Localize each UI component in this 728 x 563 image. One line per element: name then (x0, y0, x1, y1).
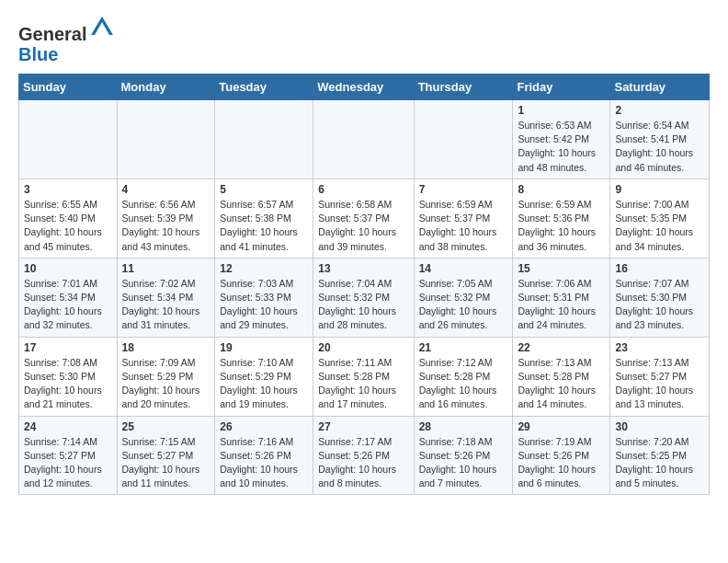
calendar-cell: 5Sunrise: 6:57 AM Sunset: 5:38 PM Daylig… (215, 178, 313, 258)
calendar-cell: 19Sunrise: 7:10 AM Sunset: 5:29 PM Dayli… (215, 337, 313, 416)
day-info: Sunrise: 6:57 AM Sunset: 5:38 PM Dayligh… (220, 198, 308, 254)
day-info: Sunrise: 7:03 AM Sunset: 5:33 PM Dayligh… (220, 277, 308, 333)
weekday-header: Tuesday (215, 75, 313, 100)
day-number: 20 (318, 341, 408, 354)
calendar-cell: 15Sunrise: 7:06 AM Sunset: 5:31 PM Dayli… (513, 258, 610, 337)
calendar-cell (19, 100, 118, 179)
day-number: 26 (220, 420, 308, 433)
day-info: Sunrise: 7:18 AM Sunset: 5:26 PM Dayligh… (419, 435, 508, 491)
calendar-cell: 9Sunrise: 7:00 AM Sunset: 5:35 PM Daylig… (610, 178, 710, 258)
day-number: 25 (122, 420, 210, 433)
calendar-cell: 6Sunrise: 6:58 AM Sunset: 5:37 PM Daylig… (313, 178, 414, 258)
day-info: Sunrise: 7:10 AM Sunset: 5:29 PM Dayligh… (220, 356, 308, 412)
calendar-cell: 4Sunrise: 6:56 AM Sunset: 5:39 PM Daylig… (117, 178, 215, 258)
day-number: 14 (419, 262, 508, 275)
day-number: 29 (518, 420, 605, 433)
calendar-cell: 30Sunrise: 7:20 AM Sunset: 5:25 PM Dayli… (610, 416, 710, 495)
day-info: Sunrise: 7:08 AM Sunset: 5:30 PM Dayligh… (24, 356, 112, 412)
day-info: Sunrise: 6:53 AM Sunset: 5:42 PM Dayligh… (518, 119, 605, 175)
day-number: 8 (518, 183, 605, 196)
calendar-cell: 28Sunrise: 7:18 AM Sunset: 5:26 PM Dayli… (414, 416, 513, 495)
logo-general: General (18, 24, 86, 44)
calendar-cell: 7Sunrise: 6:59 AM Sunset: 5:37 PM Daylig… (414, 178, 513, 258)
calendar-cell: 13Sunrise: 7:04 AM Sunset: 5:32 PM Dayli… (313, 258, 414, 337)
calendar-cell: 25Sunrise: 7:15 AM Sunset: 5:27 PM Dayli… (117, 416, 215, 495)
day-number: 5 (220, 183, 308, 196)
day-info: Sunrise: 7:20 AM Sunset: 5:25 PM Dayligh… (615, 435, 704, 491)
calendar-cell: 16Sunrise: 7:07 AM Sunset: 5:30 PM Dayli… (610, 258, 710, 337)
calendar-cell: 12Sunrise: 7:03 AM Sunset: 5:33 PM Dayli… (215, 258, 313, 337)
calendar-cell: 11Sunrise: 7:02 AM Sunset: 5:34 PM Dayli… (117, 258, 215, 337)
day-info: Sunrise: 7:06 AM Sunset: 5:31 PM Dayligh… (518, 277, 605, 333)
day-number: 10 (24, 262, 112, 275)
day-info: Sunrise: 6:58 AM Sunset: 5:37 PM Dayligh… (318, 198, 408, 254)
day-info: Sunrise: 7:01 AM Sunset: 5:34 PM Dayligh… (24, 277, 112, 333)
day-number: 30 (615, 420, 704, 433)
day-info: Sunrise: 6:59 AM Sunset: 5:36 PM Dayligh… (518, 198, 605, 254)
day-number: 24 (24, 420, 112, 433)
calendar-cell: 20Sunrise: 7:11 AM Sunset: 5:28 PM Dayli… (313, 337, 414, 416)
day-info: Sunrise: 7:19 AM Sunset: 5:26 PM Dayligh… (518, 435, 605, 491)
logo-blue: Blue (18, 44, 58, 64)
weekday-header: Saturday (610, 75, 710, 100)
calendar-table: SundayMondayTuesdayWednesdayThursdayFrid… (18, 74, 710, 495)
day-number: 9 (615, 183, 704, 196)
day-info: Sunrise: 7:05 AM Sunset: 5:32 PM Dayligh… (419, 277, 508, 333)
day-number: 22 (518, 341, 605, 354)
weekday-header: Friday (513, 75, 610, 100)
day-number: 12 (220, 262, 308, 275)
calendar-cell: 27Sunrise: 7:17 AM Sunset: 5:26 PM Dayli… (313, 416, 414, 495)
calendar-cell: 21Sunrise: 7:12 AM Sunset: 5:28 PM Dayli… (414, 337, 513, 416)
day-info: Sunrise: 7:00 AM Sunset: 5:35 PM Dayligh… (615, 198, 704, 254)
day-number: 19 (220, 341, 308, 354)
day-number: 27 (318, 420, 408, 433)
day-info: Sunrise: 7:13 AM Sunset: 5:27 PM Dayligh… (615, 356, 704, 412)
day-info: Sunrise: 7:02 AM Sunset: 5:34 PM Dayligh… (122, 277, 210, 333)
day-number: 4 (122, 183, 210, 196)
calendar-cell: 17Sunrise: 7:08 AM Sunset: 5:30 PM Dayli… (19, 337, 118, 416)
calendar-cell: 29Sunrise: 7:19 AM Sunset: 5:26 PM Dayli… (513, 416, 610, 495)
day-number: 3 (24, 183, 112, 196)
calendar-cell: 1Sunrise: 6:53 AM Sunset: 5:42 PM Daylig… (513, 100, 610, 179)
day-number: 2 (615, 104, 704, 117)
page: General Blue SundayMondayTuesdayWednesda… (0, 0, 728, 513)
calendar-cell: 2Sunrise: 6:54 AM Sunset: 5:41 PM Daylig… (610, 100, 710, 179)
day-number: 7 (419, 183, 508, 196)
calendar-cell: 14Sunrise: 7:05 AM Sunset: 5:32 PM Dayli… (414, 258, 513, 337)
day-info: Sunrise: 7:12 AM Sunset: 5:28 PM Dayligh… (419, 356, 508, 412)
logo: General Blue (18, 15, 115, 64)
weekday-header: Monday (117, 75, 215, 100)
weekday-header: Thursday (414, 75, 513, 100)
weekday-header: Sunday (19, 75, 118, 100)
day-number: 21 (419, 341, 508, 354)
day-number: 1 (518, 104, 605, 117)
calendar-cell (313, 100, 414, 179)
calendar-cell (117, 100, 215, 179)
calendar-cell: 23Sunrise: 7:13 AM Sunset: 5:27 PM Dayli… (610, 337, 710, 416)
day-info: Sunrise: 6:56 AM Sunset: 5:39 PM Dayligh… (122, 198, 210, 254)
day-number: 13 (318, 262, 408, 275)
calendar-cell: 24Sunrise: 7:14 AM Sunset: 5:27 PM Dayli… (19, 416, 118, 495)
day-info: Sunrise: 7:07 AM Sunset: 5:30 PM Dayligh… (615, 277, 704, 333)
day-number: 6 (318, 183, 408, 196)
calendar-cell: 8Sunrise: 6:59 AM Sunset: 5:36 PM Daylig… (513, 178, 610, 258)
day-info: Sunrise: 7:17 AM Sunset: 5:26 PM Dayligh… (318, 435, 408, 491)
day-number: 11 (122, 262, 210, 275)
weekday-header: Wednesday (313, 75, 414, 100)
day-info: Sunrise: 7:14 AM Sunset: 5:27 PM Dayligh… (24, 435, 112, 491)
calendar-cell (215, 100, 313, 179)
calendar-cell: 26Sunrise: 7:16 AM Sunset: 5:26 PM Dayli… (215, 416, 313, 495)
day-info: Sunrise: 6:55 AM Sunset: 5:40 PM Dayligh… (24, 198, 112, 254)
calendar-cell: 22Sunrise: 7:13 AM Sunset: 5:28 PM Dayli… (513, 337, 610, 416)
day-info: Sunrise: 6:54 AM Sunset: 5:41 PM Dayligh… (615, 119, 704, 175)
day-number: 16 (615, 262, 704, 275)
day-info: Sunrise: 6:59 AM Sunset: 5:37 PM Dayligh… (419, 198, 508, 254)
day-info: Sunrise: 7:16 AM Sunset: 5:26 PM Dayligh… (220, 435, 308, 491)
day-info: Sunrise: 7:09 AM Sunset: 5:29 PM Dayligh… (122, 356, 210, 412)
day-number: 18 (122, 341, 210, 354)
calendar-cell (414, 100, 513, 179)
day-info: Sunrise: 7:13 AM Sunset: 5:28 PM Dayligh… (518, 356, 605, 412)
day-info: Sunrise: 7:11 AM Sunset: 5:28 PM Dayligh… (318, 356, 408, 412)
day-number: 23 (615, 341, 704, 354)
calendar-cell: 10Sunrise: 7:01 AM Sunset: 5:34 PM Dayli… (19, 258, 118, 337)
